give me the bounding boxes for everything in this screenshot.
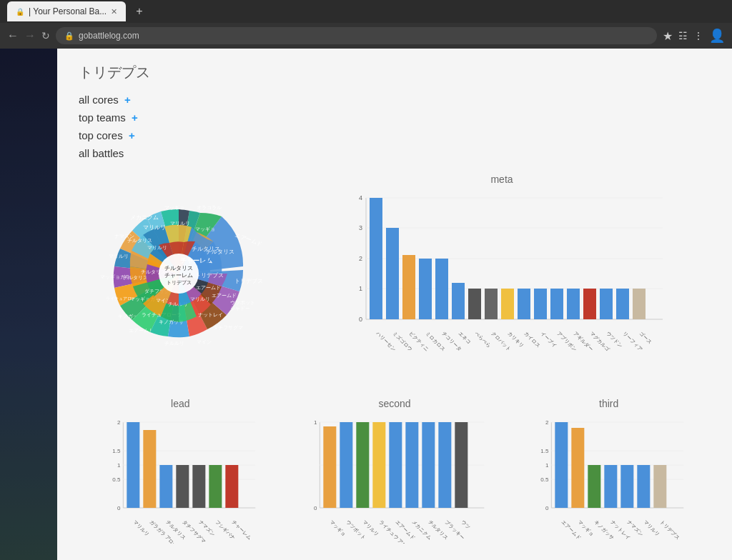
svg-rect-158: [654, 465, 667, 508]
tab-close-button[interactable]: ✕: [111, 7, 117, 16]
svg-rect-127: [405, 422, 418, 508]
pie-chart: エアームド オラコラル マッギョ メカニクム: [79, 174, 279, 374]
svg-rect-68: [501, 289, 514, 319]
bottom-spacer: [79, 546, 711, 560]
svg-rect-121: [356, 422, 369, 508]
svg-rect-129: [422, 422, 435, 508]
svg-rect-133: [455, 422, 468, 508]
svg-text:イーブイ: イーブイ: [540, 331, 558, 349]
svg-rect-119: [340, 422, 352, 508]
svg-text:マリルリ: マリルリ: [170, 221, 190, 226]
star-icon[interactable]: ★: [663, 29, 673, 43]
lead-bar-chart: 2 1 0 1.5 0.5 マリルリ ガラガラ アローラ チルタリス: [79, 415, 282, 544]
svg-rect-109: [225, 465, 238, 508]
svg-text:ダチフサグマ: ダチフサグマ: [213, 325, 243, 331]
svg-text:チルタリス: チルタリス: [164, 265, 193, 271]
nav-all-battles[interactable]: all battles: [79, 147, 711, 159]
svg-text:マッギョ: マッギョ: [164, 205, 184, 210]
third-bar-chart: 2 1 0 1.5 0.5 エアームド マッギョ キノガッサ: [507, 415, 711, 544]
svg-text:1: 1: [314, 419, 317, 426]
svg-rect-125: [389, 422, 402, 508]
svg-text:1: 1: [359, 285, 362, 292]
svg-text:マッギョ: マッギョ: [329, 519, 347, 537]
lock-icon: 🔒: [16, 8, 24, 16]
nav-all-battles-label: all battles: [79, 147, 124, 159]
address-bar-row: ← → ↻ 🔒 gobattlelog.com ★ ☷ ⋮ 👤: [0, 23, 732, 49]
svg-rect-54: [386, 228, 399, 319]
svg-rect-148: [572, 428, 585, 508]
svg-rect-131: [438, 422, 451, 508]
meta-bar-chart: 4 3 2 1 0 ハリーセン ミズゴロウ ビクティニ: [293, 191, 711, 355]
svg-rect-80: [600, 289, 613, 319]
svg-rect-103: [176, 465, 189, 508]
page-container: トリデプス all cores + top teams + top cores …: [0, 49, 732, 560]
charts-bottom-row: lead 2 1 0 1.5 0.5 マリルリ: [79, 398, 711, 546]
browser-tab[interactable]: 🔒 | Your Personal Ba... ✕: [7, 1, 126, 21]
forward-icon[interactable]: →: [24, 29, 36, 42]
svg-rect-58: [419, 259, 432, 319]
svg-text:0: 0: [359, 316, 362, 323]
new-tab-button[interactable]: +: [132, 5, 147, 18]
menu-icon[interactable]: ⋮: [693, 30, 703, 41]
svg-text:0.5: 0.5: [112, 476, 121, 483]
third-chart-title: third: [507, 398, 711, 409]
svg-text:マリルリ: マリルリ: [643, 519, 661, 537]
tab-bar: 🔒 | Your Personal Ba... ✕ +: [0, 0, 732, 23]
svg-rect-84: [633, 289, 646, 319]
lead-chart-container: lead 2 1 0 1.5 0.5 マリルリ: [79, 398, 282, 546]
svg-text:0.5: 0.5: [541, 476, 550, 483]
svg-text:エアームド: エアームド: [212, 293, 237, 298]
svg-text:1.5: 1.5: [541, 448, 550, 454]
third-chart-container: third 2 1 0 1.5 0.5 エアームド: [507, 398, 711, 546]
svg-text:2: 2: [117, 419, 121, 426]
all-cores-plus-icon: +: [124, 94, 131, 106]
svg-text:トリデプス: トリデプス: [167, 280, 192, 285]
svg-text:ナットレイ: ナットレイ: [198, 312, 223, 317]
svg-rect-146: [555, 422, 568, 508]
lead-chart-title: lead: [79, 398, 282, 409]
svg-rect-101: [159, 465, 172, 508]
avatar-icon[interactable]: 👤: [709, 28, 725, 44]
svg-rect-78: [583, 289, 596, 319]
svg-text:トリデプス: トリデプス: [195, 272, 224, 279]
nav-top-teams[interactable]: top teams +: [79, 111, 711, 124]
address-bar[interactable]: 🔒 gobattlelog.com: [56, 27, 657, 44]
svg-text:カイロス: カイロス: [523, 331, 541, 349]
svg-rect-123: [372, 422, 385, 508]
nav-top-cores[interactable]: top cores +: [79, 129, 711, 141]
svg-rect-97: [127, 422, 139, 508]
svg-text:ウツ: ウツ: [460, 519, 471, 530]
nav-links: all cores + top teams + top cores + all …: [79, 94, 711, 159]
svg-rect-99: [143, 430, 156, 508]
svg-text:チルタリス: チルタリス: [127, 238, 152, 244]
extensions-icon[interactable]: ☷: [678, 30, 688, 41]
back-icon[interactable]: ←: [7, 29, 19, 42]
svg-text:0: 0: [545, 505, 549, 511]
nav-all-cores[interactable]: all cores +: [79, 94, 711, 106]
svg-text:0: 0: [117, 505, 121, 511]
svg-rect-76: [567, 289, 580, 319]
svg-rect-70: [518, 289, 530, 319]
nav-top-teams-label: top teams: [79, 111, 126, 124]
svg-text:マリルリ: マリルリ: [133, 519, 151, 537]
tab-title: | Your Personal Ba...: [29, 6, 107, 16]
svg-text:1: 1: [117, 462, 121, 469]
svg-rect-56: [402, 255, 415, 319]
svg-text:3: 3: [359, 224, 362, 231]
svg-text:マリルリ: マリルリ: [190, 296, 210, 301]
svg-rect-74: [550, 289, 563, 319]
svg-text:2: 2: [545, 419, 549, 426]
svg-rect-62: [452, 283, 465, 319]
secure-icon: 🔒: [64, 31, 74, 41]
svg-text:ゴース: ゴース: [638, 331, 653, 345]
svg-rect-64: [468, 289, 481, 319]
second-bar-chart: 1 0 マッギョ ウツボット マリルリ ライチュウ アローラ: [293, 415, 497, 544]
refresh-icon[interactable]: ↻: [41, 30, 50, 41]
second-chart-title: second: [293, 398, 497, 409]
svg-rect-52: [370, 198, 382, 319]
svg-rect-60: [435, 259, 448, 319]
svg-rect-150: [588, 465, 601, 508]
main-content: トリデプス all cores + top teams + top cores …: [57, 49, 732, 560]
svg-text:ウツボット: ウツボット: [230, 300, 255, 305]
svg-text:マリルリ: マリルリ: [147, 245, 167, 250]
